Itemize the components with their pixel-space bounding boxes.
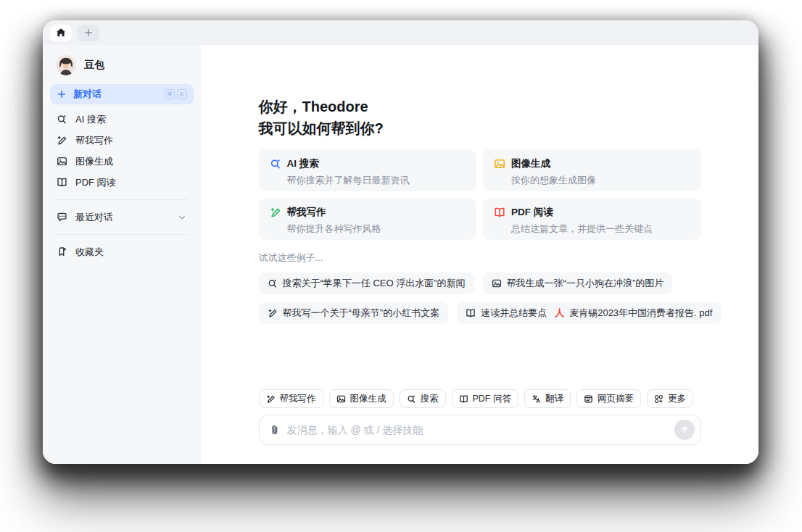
sidebar-item-recent-chats[interactable]: 最近对话 [50,207,194,228]
sidebar-item-label: 收藏夹 [75,246,104,259]
example-chip-filename: 麦肯锡2023年中国消费者报告. pdf [569,307,712,320]
example-chip-gen-image[interactable]: 帮我生成一张“一只小狗在冲浪”的图片 [483,273,673,294]
write-icon [268,308,278,318]
example-chip-row: 帮我写一个关于“母亲节”的小红书文案 速读并总结要点 人 麦肯锡2023年中国消… [259,302,701,324]
sidebar-item-label: 最近对话 [75,211,113,224]
skill-chip-label: 搜索 [421,393,439,405]
card-title: 图像生成 [511,157,550,170]
profile-name: 豆包 [84,59,104,72]
pdf-read-icon [57,177,67,188]
sidebar-nav: AI 搜索 帮我写作 图像生成 PDF 阅读 [50,109,194,193]
sidebar-item-image-gen[interactable]: 图像生成 [50,151,194,172]
skill-chip-more[interactable]: 更多 [647,389,693,408]
card-desc: 帮你提升各种写作风格 [287,223,466,236]
ai-search-icon [268,278,278,288]
example-chip-label: 速读并总结要点 [481,307,547,320]
ai-search-icon [270,158,281,170]
new-tab-button[interactable] [78,25,99,41]
card-title: PDF 阅读 [511,206,553,219]
sidebar-item-write[interactable]: 帮我写作 [50,130,194,151]
divider [56,234,188,235]
chat-bubble-icon [57,212,67,223]
greeting-line1: 你好，Theodore [259,96,701,117]
example-chip-label: 帮我生成一张“一只小狗在冲浪”的图片 [507,277,664,290]
example-chip-label: 搜索关于“苹果下一任 CEO 浮出水面”的新闻 [283,277,466,290]
card-pdf-read[interactable]: PDF 阅读 总结这篇文章，并提供一些关键点 [483,198,701,240]
sidebar: 豆包 新对话 ⌘ K AI 搜索 帮我写作 [43,45,201,464]
cmd-keycap: ⌘ [165,89,175,99]
sidebar-item-label: 帮我写作 [75,134,113,147]
message-input-bar [259,415,701,445]
card-desc: 帮你搜索并了解每日最新资讯 [287,174,466,187]
shortcut-badge: ⌘ K [165,89,187,99]
example-chip-summarize-pdf[interactable]: 速读并总结要点 人 麦肯锡2023年中国消费者报告. pdf [457,302,721,324]
image-gen-icon [336,394,346,404]
tab-home[interactable] [50,25,72,41]
sidebar-item-ai-search[interactable]: AI 搜索 [50,109,194,130]
new-chat-button[interactable]: 新对话 ⌘ K [50,84,194,104]
pdf-read-icon [459,394,468,404]
more-icon [654,394,663,404]
webpage-icon [584,394,593,404]
example-chip-write-post[interactable]: 帮我写一个关于“母亲节”的小红书文案 [259,302,449,324]
new-chat-label: 新对话 [73,88,102,101]
pdf-read-icon [494,207,505,218]
ai-search-icon [407,394,416,404]
example-chip-row: 搜索关于“苹果下一任 CEO 浮出水面”的新闻 帮我生成一张“一只小狗在冲浪”的… [259,273,701,294]
card-image-gen[interactable]: 图像生成 按你的想象生成图像 [483,149,701,191]
sidebar-item-label: PDF 阅读 [75,176,116,189]
card-desc: 按你的想象生成图像 [511,174,690,187]
plus-icon [83,28,94,38]
pdf-read-icon [466,308,476,318]
skill-chip-write[interactable]: 帮我写作 [259,389,323,408]
write-icon [57,135,67,146]
window-tab-bar [43,20,758,45]
sidebar-item-label: AI 搜索 [75,113,106,126]
example-chip-label: 帮我写一个关于“母亲节”的小红书文案 [283,307,440,320]
skill-chip-search[interactable]: 搜索 [400,389,446,408]
card-title: AI 搜索 [287,157,319,170]
arrow-up-icon [679,424,690,436]
skill-chip-label: 翻译 [545,393,563,405]
chevron-down-icon[interactable] [177,212,187,223]
write-icon [270,207,281,218]
write-icon [266,394,276,404]
spacer [259,324,701,389]
card-desc: 总结这篇文章，并提供一些关键点 [511,223,690,236]
skill-chip-label: 网页摘要 [598,393,634,405]
skill-chip-web-summary[interactable]: 网页摘要 [576,389,641,408]
plus-icon [57,89,67,99]
greeting-line2: 我可以如何帮到你? [259,117,701,139]
skill-chip-label: 图像生成 [350,393,386,405]
image-gen-icon [494,158,505,170]
translate-icon [532,394,541,404]
example-chip-search-news[interactable]: 搜索关于“苹果下一任 CEO 浮出水面”的新闻 [259,273,474,294]
send-button[interactable] [674,420,695,440]
paperclip-icon[interactable] [269,424,281,436]
avatar [56,55,76,75]
k-keycap: K [177,89,187,99]
feature-cards: AI 搜索 帮你搜索并了解每日最新资讯 图像生成 按你的想象生成图像 [259,149,701,240]
ai-search-icon [57,114,67,125]
skill-chip-label: 更多 [668,393,686,405]
skill-chip-pdf-qa[interactable]: PDF 问答 [452,389,518,408]
card-write[interactable]: 帮我写作 帮你提升各种写作风格 [259,198,477,240]
card-title: 帮我写作 [287,206,326,219]
image-gen-icon [57,156,67,167]
sidebar-item-pdf-read[interactable]: PDF 阅读 [50,172,194,193]
skill-chip-label: 帮我写作 [280,393,316,405]
message-input[interactable] [287,424,668,436]
card-ai-search[interactable]: AI 搜索 帮你搜索并了解每日最新资讯 [259,149,477,191]
examples-title: 试试这些例子... [259,252,701,265]
skill-chip-image-gen[interactable]: 图像生成 [329,389,394,408]
sidebar-item-favorites[interactable]: 收藏夹 [50,241,194,262]
home-icon [55,27,67,38]
bookmark-icon [57,246,67,257]
skill-chip-bar: 帮我写作 图像生成 搜索 PDF 问答 [259,389,701,408]
skill-chip-label: PDF 问答 [473,393,511,405]
sidebar-item-label: 图像生成 [75,155,113,168]
divider [56,199,188,200]
profile-row[interactable]: 豆包 [50,52,194,78]
skill-chip-translate[interactable]: 翻译 [524,389,571,408]
pdf-file-icon: 人 [555,307,564,320]
